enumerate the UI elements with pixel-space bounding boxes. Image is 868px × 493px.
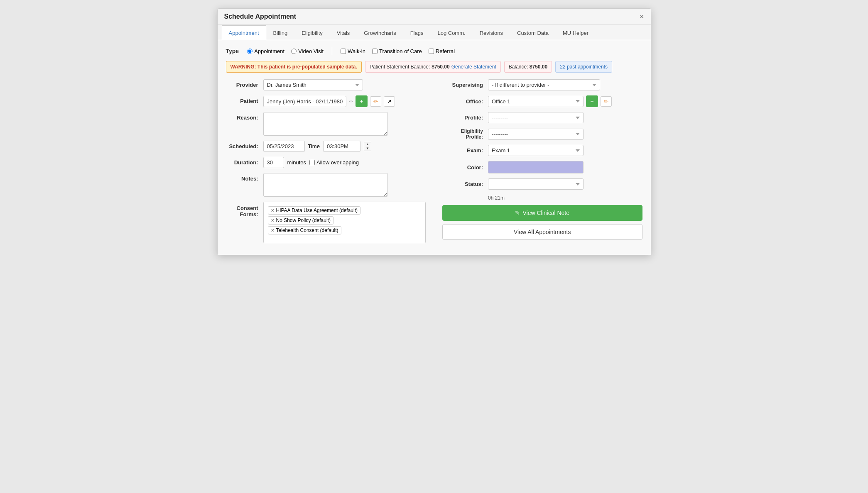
eligibility-profile-row: EligibilityProfile: --------- [442, 128, 642, 140]
color-control [488, 161, 584, 173]
checkbox-referral[interactable]: Referral [429, 48, 455, 54]
eligibility-profile-select[interactable]: --------- [488, 129, 584, 140]
exam-select[interactable]: Exam 1 [488, 145, 584, 156]
provider-label: Provider [226, 79, 263, 88]
status-select[interactable]: Scheduled Confirmed Cancelled [488, 178, 584, 190]
color-swatch[interactable] [488, 161, 584, 173]
edit-office-button[interactable]: ✏ [601, 96, 612, 107]
alerts-row: WARNING: This patient is pre-populated s… [226, 61, 642, 73]
date-input[interactable] [263, 141, 305, 152]
form-grid: Provider Dr. James Smith Patient ⇔ ＋ ✏ [226, 79, 642, 248]
status-label: Status: [442, 181, 488, 187]
supervising-select[interactable]: - If different to provider - [488, 79, 600, 90]
modal-header: Schedule Appointment × [218, 9, 651, 25]
minutes-label: minutes [287, 159, 306, 166]
tab-growthcharts[interactable]: Growthcharts [357, 25, 403, 40]
consent-tag-telehealth: ✕ Telehealth Consent (default) [268, 226, 341, 234]
time-spinner[interactable]: ▲ ▼ [364, 142, 371, 151]
tab-flags[interactable]: Flags [403, 25, 431, 40]
notes-control [263, 173, 426, 197]
supervising-row: Supervising - If different to provider - [442, 79, 642, 90]
radio-group: Appointment Video Visit [247, 48, 324, 54]
share-patient-button[interactable]: ↗ [384, 96, 395, 107]
notes-textarea[interactable] [263, 173, 388, 197]
type-label: Type [226, 48, 239, 54]
consent-tag-hipaa: ✕ HIPAA Data Use Agreement (default) [268, 206, 361, 215]
tab-billing[interactable]: Billing [266, 25, 295, 40]
past-appointments-alert[interactable]: 22 past appointments [555, 61, 612, 73]
patient-input[interactable] [263, 96, 346, 107]
view-all-appointments-button[interactable]: View All Appointments [442, 224, 642, 240]
profile-row: Profile: --------- [442, 112, 642, 123]
patient-label: Patient [226, 95, 263, 104]
add-patient-button[interactable]: ＋ [356, 95, 368, 107]
time-input[interactable] [323, 141, 360, 152]
tab-log-comm[interactable]: Log Comm. [430, 25, 472, 40]
duration-control: minutes Allow overlapping [263, 157, 426, 168]
notes-row: Notes: [226, 173, 426, 197]
modal-title: Schedule Appointment [224, 13, 297, 20]
generate-statement-link[interactable]: Generate Statement [451, 64, 496, 70]
remove-no-show-button[interactable]: ✕ [271, 218, 275, 223]
modal-body: Type Appointment Video Visit Walk-in [218, 40, 651, 255]
scheduled-control: Time ▲ ▼ [263, 141, 426, 152]
eligibility-profile-control: --------- [488, 129, 584, 140]
warning-alert: WARNING: This patient is pre-populated s… [226, 61, 362, 73]
balance-alert: Patient Statement Balance: $750.00 Gener… [365, 61, 501, 73]
checkbox-walk-in[interactable]: Walk-in [341, 48, 365, 54]
tab-eligibility[interactable]: Eligibility [294, 25, 330, 40]
patient-arrow-icon: ⇔ [349, 98, 353, 104]
office-row: Office: Office 1 ＋ ✏ [442, 95, 642, 107]
schedule-appointment-modal: Schedule Appointment × Appointment Billi… [217, 8, 651, 255]
eligibility-profile-label: EligibilityProfile: [442, 128, 488, 140]
time-note: 0h 21m [488, 195, 505, 201]
profile-select[interactable]: --------- [488, 112, 584, 123]
close-button[interactable]: × [640, 13, 644, 20]
type-row: Type Appointment Video Visit Walk-in [226, 47, 642, 55]
right-column: Supervising - If different to provider -… [442, 79, 642, 248]
duration-row: Duration: minutes Allow overlapping [226, 157, 426, 168]
office-select[interactable]: Office 1 [488, 96, 584, 107]
patient-row: Patient ⇔ ＋ ✏ ↗ [226, 95, 426, 107]
office-label: Office: [442, 98, 488, 105]
radio-video-visit[interactable]: Video Visit [291, 48, 324, 54]
consent-forms-box: ✕ HIPAA Data Use Agreement (default) ✕ N… [263, 202, 426, 243]
add-office-button[interactable]: ＋ [586, 95, 598, 107]
tab-custom-data[interactable]: Custom Data [510, 25, 556, 40]
duration-input[interactable] [263, 157, 284, 168]
remove-telehealth-button[interactable]: ✕ [271, 228, 275, 233]
time-label: Time [308, 143, 320, 149]
time-up-icon[interactable]: ▲ [364, 142, 371, 146]
consent-forms-control: ✕ HIPAA Data Use Agreement (default) ✕ N… [263, 202, 426, 243]
tab-vitals[interactable]: Vitals [330, 25, 357, 40]
supervising-control: - If different to provider - [488, 79, 600, 90]
time-down-icon[interactable]: ▼ [364, 146, 371, 151]
consent-tag-no-show: ✕ No Show Policy (default) [268, 216, 333, 225]
provider-control: Dr. James Smith [263, 79, 426, 90]
reason-textarea[interactable] [263, 112, 388, 136]
allow-overlapping-checkbox[interactable]: Allow overlapping [309, 159, 359, 166]
left-column: Provider Dr. James Smith Patient ⇔ ＋ ✏ [226, 79, 426, 248]
view-clinical-note-button[interactable]: ✎ View Clinical Note [442, 205, 642, 221]
duration-label: Duration: [226, 157, 263, 166]
checkbox-transition-of-care[interactable]: Transition of Care [372, 48, 422, 54]
edit-patient-button[interactable]: ✏ [370, 96, 381, 107]
clinical-note-icon: ✎ [515, 210, 520, 216]
consent-forms-row: ConsentForms: ✕ HIPAA Data Use Agreement… [226, 202, 426, 243]
tab-mu-helper[interactable]: MU Helper [556, 25, 596, 40]
color-label: Color: [442, 164, 488, 171]
tab-appointment[interactable]: Appointment [222, 25, 266, 40]
status-row: Status: Scheduled Confirmed Cancelled [442, 178, 642, 190]
radio-appointment[interactable]: Appointment [247, 48, 284, 54]
profile-control: --------- [488, 112, 584, 123]
consent-forms-label: ConsentForms: [226, 202, 263, 217]
scheduled-label: Scheduled: [226, 141, 263, 149]
provider-select[interactable]: Dr. James Smith [263, 79, 363, 90]
status-control: Scheduled Confirmed Cancelled [488, 178, 584, 190]
patient-control: ⇔ ＋ ✏ ↗ [263, 95, 426, 107]
remove-hipaa-button[interactable]: ✕ [271, 208, 275, 213]
exam-label: Exam: [442, 147, 488, 154]
exam-row: Exam: Exam 1 [442, 145, 642, 156]
checkbox-group: Walk-in Transition of Care Referral [341, 48, 455, 54]
tab-revisions[interactable]: Revisions [473, 25, 510, 40]
